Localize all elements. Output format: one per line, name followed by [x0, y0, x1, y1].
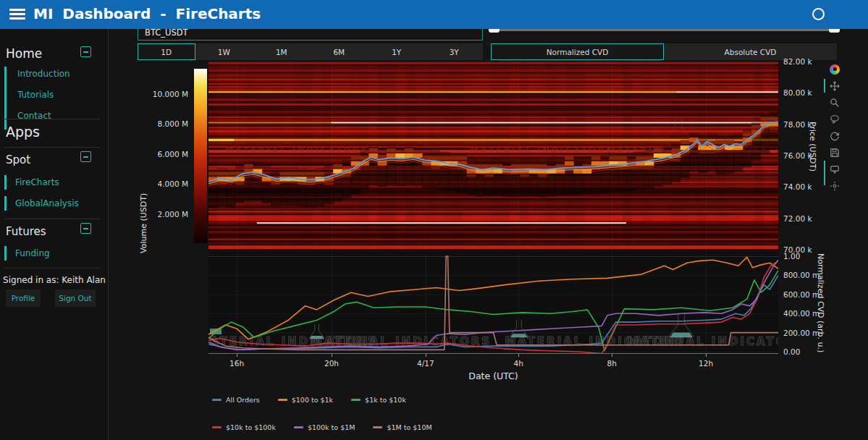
x-axis-tick: 12h — [691, 359, 720, 368]
plotly-logo-icon — [830, 64, 840, 75]
legend-swatch — [373, 426, 382, 428]
sidebar-group-futures: Funding — [4, 246, 50, 267]
price-axis-tick: 72.00 k — [783, 214, 812, 223]
x-axis-tickmark — [706, 354, 707, 357]
price-axis-tick: 82.00 k — [783, 57, 812, 66]
price-axis-tick: 76.00 k — [783, 151, 812, 160]
collapse-icon-home[interactable] — [80, 46, 91, 57]
cvd-axis-tick: 200.00 m — [783, 329, 819, 337]
zoom-box-icon[interactable] — [828, 94, 841, 111]
x-axis-tick: 16h — [222, 359, 251, 368]
autoscale-icon[interactable] — [828, 127, 841, 144]
x-axis-tickmark — [518, 354, 519, 357]
divider — [4, 119, 100, 119]
x-axis-tickmark — [332, 354, 332, 357]
legend-swatch — [278, 399, 287, 401]
x-axis-tick: 4/17 — [411, 359, 440, 368]
legend-item-100-to-1k[interactable]: $100 to $1k — [278, 396, 333, 404]
cvd-axis-tick: 600.00 m — [783, 290, 819, 299]
sidebar-group-spot: FireChartsGlobalAnalysis — [4, 175, 79, 217]
price-axis-tick: 74.00 k — [783, 182, 812, 191]
plotly-modebar — [827, 61, 842, 194]
colorbar-tick: 6.000 M — [136, 150, 188, 158]
colorbar-tick: 8.000 M — [136, 119, 188, 128]
legend-item-100k-to-1m[interactable]: $100k to $1M — [294, 423, 355, 431]
timeframe-button-3y[interactable]: 3Y — [426, 43, 484, 60]
timeframe-button-1y[interactable]: 1Y — [368, 43, 426, 60]
legend-label: $1k to $10k — [365, 396, 406, 404]
legend-swatch — [351, 399, 361, 401]
sidebar-item-tutorials[interactable]: Tutorials — [7, 88, 70, 102]
timeframe-bar: 1D1W1M6M1Y3Y — [138, 43, 483, 60]
save-icon[interactable] — [828, 144, 841, 161]
legend-item-1m-to-10m[interactable]: $1M to $10M — [373, 423, 431, 431]
x-axis-tick: 20h — [317, 359, 346, 368]
x-axis-tickmark — [237, 354, 237, 357]
x-axis-tickmark — [612, 354, 612, 357]
collapse-icon-spot[interactable] — [80, 151, 91, 162]
page-title: MI Dashboard - FireCharts — [33, 5, 261, 22]
lasso-select-icon[interactable] — [828, 111, 841, 127]
plotly-logo-icon[interactable] — [828, 61, 841, 77]
signed-in-text: Signed in as: Keith Alan — [0, 275, 109, 285]
price-axis-tick: 78.00 k — [783, 120, 812, 129]
sidebar: Home IntroductionTutorialsContact Apps S… — [0, 29, 109, 440]
pan-icon[interactable] — [828, 77, 841, 94]
sidebar-group-home: IntroductionTutorialsContact — [4, 67, 70, 130]
legend-swatch — [212, 399, 222, 401]
x-axis-tickmark — [426, 354, 426, 357]
colorbar-tick: 10.000 M — [136, 90, 188, 98]
status-circle-icon[interactable] — [812, 8, 825, 20]
sidebar-item-contact[interactable]: Contact — [7, 109, 70, 123]
legend-swatch — [294, 426, 303, 428]
spikelines-icon[interactable] — [828, 177, 841, 194]
legend-item-1k-to-10k[interactable]: $1k to $10k — [351, 396, 406, 404]
cvd-line-canvas[interactable] — [208, 250, 778, 353]
legend-label: $1M to $10M — [387, 423, 431, 431]
sidebar-item-introduction[interactable]: Introduction — [7, 67, 70, 81]
legend-row: All Orders$100 to $1k$1k to $10k — [212, 396, 424, 404]
x-axis-title: Date (UTC) — [208, 371, 778, 381]
colorbar-tick: 2.000 M — [136, 210, 188, 219]
timeframe-button-6m[interactable]: 6M — [311, 43, 368, 60]
price-axis-tick: 80.00 k — [783, 88, 812, 97]
hover-closest-icon[interactable] — [828, 161, 841, 177]
sidebar-item-funding[interactable]: Funding — [4, 246, 50, 261]
sidebar-item-firecharts[interactable]: FireCharts — [4, 175, 79, 190]
cvd-axis-tick: 1.00 — [783, 252, 800, 261]
price-heatmap-canvas[interactable] — [208, 62, 778, 250]
sidebar-heading-futures[interactable]: Futures — [6, 225, 46, 238]
timeframe-button-1d[interactable]: 1D — [138, 43, 195, 60]
cvd-axis-tick: 400.00 m — [783, 309, 819, 318]
divider — [4, 268, 100, 268]
sidebar-heading-spot[interactable]: Spot — [6, 153, 30, 166]
legend-item-10k-to-100k[interactable]: $10k to $100k — [212, 423, 276, 431]
legend-row: $10k to $100k$100k to $1M$1M to $10M — [212, 423, 450, 431]
sidebar-heading-home[interactable]: Home — [6, 46, 42, 61]
timeframe-button-1w[interactable]: 1W — [195, 43, 253, 60]
sidebar-item-globalanalysis[interactable]: GlobalAnalysis — [4, 196, 79, 211]
collapse-icon-futures[interactable] — [80, 223, 91, 234]
hamburger-menu-icon[interactable] — [9, 9, 25, 20]
x-axis-tick: 8h — [597, 359, 626, 368]
colorbar-tick: 4.000 M — [136, 179, 188, 188]
legend-swatch — [212, 426, 222, 428]
divider — [4, 219, 100, 219]
profile-button[interactable]: Profile — [6, 289, 41, 307]
divider — [4, 147, 100, 148]
signout-button[interactable]: Sign Out — [55, 289, 96, 307]
volume-colorbar — [194, 69, 207, 243]
legend-label: $100k to $1M — [308, 423, 355, 431]
legend-label: $100 to $1k — [292, 396, 333, 404]
app-window: MI Dashboard - FireCharts Home Introduct… — [0, 0, 868, 440]
timeframe-button-1m[interactable]: 1M — [253, 43, 311, 60]
legend-label: All Orders — [226, 396, 260, 404]
cvd-axis-tick: 800.00 m — [783, 271, 819, 279]
x-axis-line — [208, 353, 778, 354]
sidebar-heading-apps[interactable]: Apps — [6, 124, 40, 140]
navbar: MI Dashboard - FireCharts — [0, 0, 868, 29]
legend-item-all-orders[interactable]: All Orders — [212, 396, 260, 404]
cvd-axis-tick: 0.00 — [783, 347, 800, 356]
cvd-mode-button-normalized-cvd[interactable]: Normalized CVD — [491, 43, 664, 60]
legend-label: $10k to $100k — [226, 423, 276, 431]
